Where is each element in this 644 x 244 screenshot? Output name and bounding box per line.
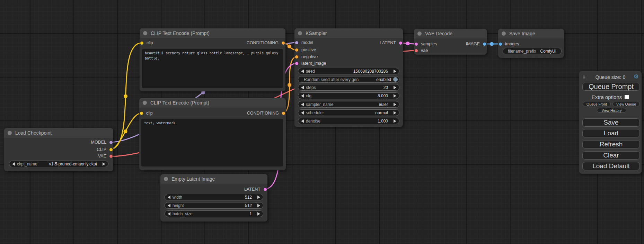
increment-arrow-icon[interactable] bbox=[103, 162, 105, 166]
conditioning-input-dot-icon[interactable] bbox=[295, 48, 299, 52]
increment-arrow-icon[interactable] bbox=[257, 212, 260, 216]
node-title-bar[interactable]: Save Image bbox=[498, 29, 564, 38]
output-clip[interactable]: CLIP bbox=[97, 147, 113, 152]
latent-input-dot-icon[interactable] bbox=[295, 62, 299, 65]
widget-random-seed-toggle[interactable]: Random seed after every gen enabled bbox=[298, 76, 399, 83]
input-images[interactable]: images bbox=[499, 41, 519, 47]
increment-arrow-icon[interactable] bbox=[257, 196, 260, 199]
save-button[interactable]: Save bbox=[582, 118, 640, 127]
toggle-dot-icon[interactable] bbox=[393, 77, 398, 82]
widget-scheduler[interactable]: scheduler normal bbox=[298, 109, 399, 116]
increment-arrow-icon[interactable] bbox=[394, 86, 396, 89]
widget-filename-prefix[interactable]: filename_prefix ComfyUI bbox=[503, 48, 562, 54]
collapse-dot-icon[interactable] bbox=[417, 31, 422, 36]
increment-arrow-icon[interactable] bbox=[257, 204, 260, 207]
collapse-dot-icon[interactable] bbox=[502, 31, 506, 36]
decrement-arrow-icon[interactable] bbox=[168, 204, 170, 207]
increment-arrow-icon[interactable] bbox=[394, 119, 396, 123]
node-ksampler[interactable]: KSampler model positive negative latent_… bbox=[294, 28, 403, 127]
node-empty-latent-image[interactable]: Empty Latent Image LATENT width 512 heig… bbox=[160, 174, 267, 222]
widget-batch-size[interactable]: batch_size 1 bbox=[165, 210, 263, 217]
vae-input-dot-icon[interactable] bbox=[414, 49, 418, 53]
model-input-dot-icon[interactable] bbox=[295, 41, 299, 45]
output-image[interactable]: IMAGE bbox=[466, 41, 486, 47]
widget-sampler-name[interactable]: sampler_name euler bbox=[298, 101, 399, 108]
extra-options-checkbox[interactable] bbox=[625, 95, 629, 99]
conditioning-output-dot-icon[interactable] bbox=[281, 41, 285, 45]
input-latent-image[interactable]: latent_image bbox=[295, 61, 326, 66]
increment-arrow-icon[interactable] bbox=[394, 103, 396, 106]
widget-steps[interactable]: steps 20 bbox=[298, 84, 399, 91]
view-history-button[interactable]: View History bbox=[597, 108, 626, 112]
input-positive[interactable]: positive bbox=[295, 47, 316, 53]
prompt-textarea[interactable]: beautiful scenery nature glass bottle la… bbox=[142, 49, 283, 88]
view-queue-button[interactable]: View Queue bbox=[612, 102, 640, 106]
output-vae[interactable]: VAE bbox=[98, 153, 113, 159]
widget-ckpt-name[interactable]: ckpt_name v1-5-pruned-emaonly.ckpt bbox=[9, 161, 108, 167]
image-output-dot-icon[interactable] bbox=[483, 42, 486, 46]
clip-input-dot-icon[interactable] bbox=[140, 111, 143, 115]
decrement-arrow-icon[interactable] bbox=[301, 86, 304, 89]
decrement-arrow-icon[interactable] bbox=[168, 196, 170, 199]
widget-seed[interactable]: seed 156680208700286 bbox=[298, 68, 399, 74]
latent-input-dot-icon[interactable] bbox=[414, 42, 418, 46]
drag-handle-icon[interactable]: ⣿ bbox=[582, 74, 586, 80]
load-button[interactable]: Load bbox=[582, 129, 640, 137]
output-model[interactable]: MODEL bbox=[91, 139, 113, 145]
node-title-bar[interactable]: KSampler bbox=[294, 28, 403, 38]
node-clip-text-encode-negative[interactable]: CLIP Text Encode (Prompt) clip CONDITION… bbox=[139, 98, 286, 170]
output-latent[interactable]: LATENT bbox=[380, 40, 403, 46]
decrement-arrow-icon[interactable] bbox=[168, 212, 170, 216]
output-conditioning[interactable]: CONDITIONING bbox=[247, 110, 285, 116]
increment-arrow-icon[interactable] bbox=[394, 70, 396, 73]
output-conditioning[interactable]: CONDITIONING bbox=[247, 40, 285, 46]
increment-arrow-icon[interactable] bbox=[394, 94, 396, 98]
increment-arrow-icon[interactable] bbox=[394, 111, 396, 115]
collapse-dot-icon[interactable] bbox=[143, 101, 147, 105]
decrement-arrow-icon[interactable] bbox=[301, 119, 304, 123]
collapse-dot-icon[interactable] bbox=[298, 31, 302, 35]
widget-height[interactable]: height 512 bbox=[165, 202, 263, 209]
settings-gear-icon[interactable]: ⚙ bbox=[634, 73, 639, 80]
conditioning-output-dot-icon[interactable] bbox=[282, 111, 285, 115]
input-clip[interactable]: clip bbox=[140, 40, 153, 46]
latent-output-dot-icon[interactable] bbox=[263, 188, 267, 191]
node-title-bar[interactable]: CLIP Text Encode (Prompt) bbox=[140, 28, 285, 38]
input-model[interactable]: model bbox=[295, 40, 313, 45]
output-latent[interactable]: LATENT bbox=[244, 187, 267, 192]
node-title-bar[interactable]: VAE Decode bbox=[414, 29, 487, 38]
decrement-arrow-icon[interactable] bbox=[12, 162, 15, 166]
widget-cfg[interactable]: cfg 8.000 bbox=[298, 92, 399, 99]
node-title-bar[interactable]: Load Checkpoint bbox=[4, 128, 113, 138]
node-title-bar[interactable]: CLIP Text Encode (Prompt) bbox=[139, 98, 286, 108]
queue-front-button[interactable]: Queue Front bbox=[583, 102, 611, 106]
collapse-dot-icon[interactable] bbox=[143, 31, 147, 35]
collapse-dot-icon[interactable] bbox=[8, 131, 12, 135]
input-samples[interactable]: samples bbox=[414, 41, 437, 47]
clip-output-dot-icon[interactable] bbox=[109, 148, 113, 152]
widget-denoise[interactable]: denoise 1.000 bbox=[298, 118, 399, 124]
node-save-image[interactable]: Save Image images filename_prefix ComfyU… bbox=[498, 29, 564, 58]
refresh-button[interactable]: Refresh bbox=[582, 140, 640, 148]
graph-canvas[interactable]: Load Checkpoint MODEL CLIP VAE ckpt_name… bbox=[0, 0, 644, 244]
input-clip[interactable]: clip bbox=[140, 110, 153, 116]
prompt-textarea[interactable]: text, watermark bbox=[141, 119, 283, 166]
queue-prompt-button[interactable]: Queue Prompt bbox=[582, 83, 640, 91]
conditioning-input-dot-icon[interactable] bbox=[295, 55, 299, 59]
clip-input-dot-icon[interactable] bbox=[140, 41, 144, 45]
node-clip-text-encode-positive[interactable]: CLIP Text Encode (Prompt) clip CONDITION… bbox=[140, 28, 285, 91]
decrement-arrow-icon[interactable] bbox=[301, 111, 304, 115]
latent-output-dot-icon[interactable] bbox=[399, 41, 403, 45]
load-default-button[interactable]: Load Default bbox=[582, 162, 640, 170]
node-title-bar[interactable]: Empty Latent Image bbox=[160, 174, 267, 184]
node-load-checkpoint[interactable]: Load Checkpoint MODEL CLIP VAE ckpt_name… bbox=[4, 128, 113, 171]
decrement-arrow-icon[interactable] bbox=[301, 103, 304, 106]
decrement-arrow-icon[interactable] bbox=[301, 70, 304, 73]
node-vae-decode[interactable]: VAE Decode samples vae IMAGE bbox=[414, 29, 487, 55]
decrement-arrow-icon[interactable] bbox=[301, 94, 304, 98]
input-vae[interactable]: vae bbox=[414, 48, 428, 53]
model-output-dot-icon[interactable] bbox=[109, 141, 113, 144]
image-input-dot-icon[interactable] bbox=[499, 42, 502, 46]
input-negative[interactable]: negative bbox=[295, 54, 318, 60]
vae-output-dot-icon[interactable] bbox=[109, 154, 113, 158]
